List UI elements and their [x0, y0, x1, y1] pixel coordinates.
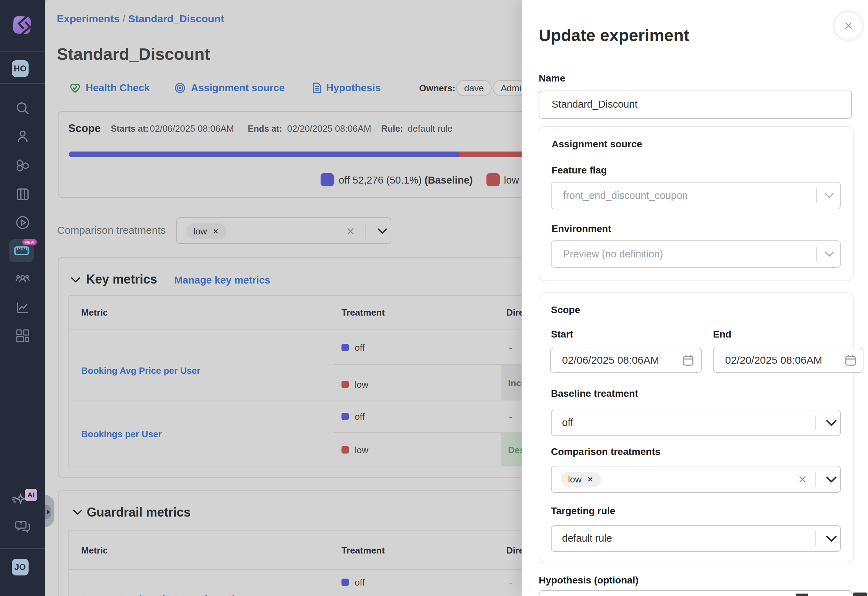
svg-text:?: ? [19, 521, 22, 528]
